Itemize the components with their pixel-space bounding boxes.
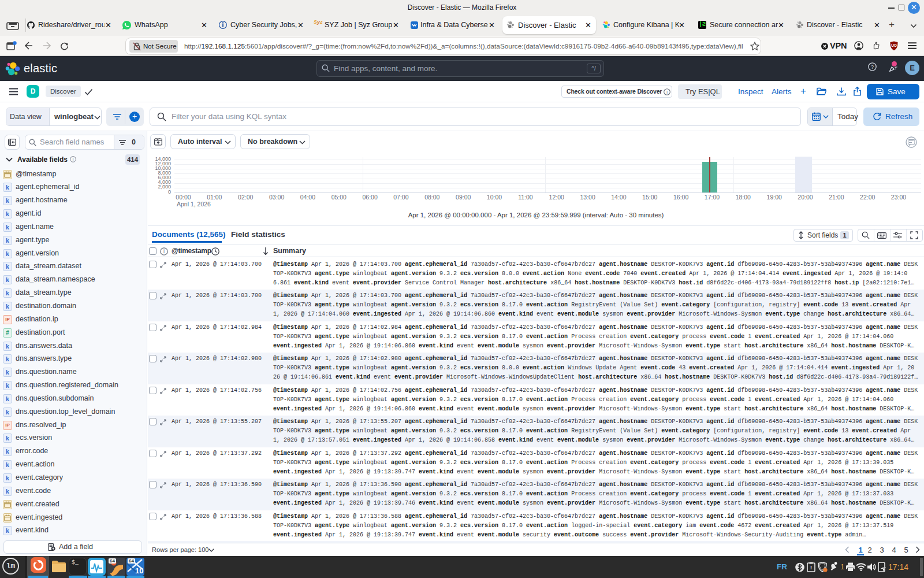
svg-text:i: i bbox=[666, 90, 668, 95]
svg-text:i: i bbox=[163, 249, 165, 254]
svg-text:?: ? bbox=[871, 64, 874, 70]
svg-text:i: i bbox=[73, 157, 74, 161]
svg-text:!: ! bbox=[810, 565, 812, 570]
svg-text:UO: UO bbox=[891, 43, 897, 47]
